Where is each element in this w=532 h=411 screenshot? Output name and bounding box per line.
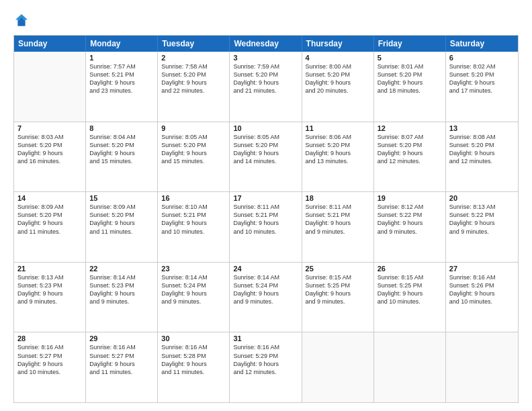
header-day-saturday: Saturday	[446, 36, 518, 52]
day-number: 25	[306, 265, 370, 273]
day-number: 16	[161, 194, 226, 202]
day-number: 26	[378, 265, 442, 273]
page: SundayMondayTuesdayWednesdayThursdayFrid…	[0, 0, 532, 411]
day-info: Sunrise: 8:15 AM Sunset: 5:25 PM Dayligh…	[306, 273, 370, 306]
day-number: 7	[17, 124, 82, 132]
calendar-day-5: 5Sunrise: 8:01 AM Sunset: 5:20 PM Daylig…	[374, 52, 446, 122]
day-info: Sunrise: 8:00 AM Sunset: 5:20 PM Dayligh…	[306, 62, 370, 95]
calendar-row-3: 21Sunrise: 8:13 AM Sunset: 5:23 PM Dayli…	[14, 262, 518, 332]
day-info: Sunrise: 7:58 AM Sunset: 5:20 PM Dayligh…	[161, 62, 226, 95]
calendar-day-30: 30Sunrise: 8:16 AM Sunset: 5:28 PM Dayli…	[158, 332, 230, 402]
calendar-day-20: 20Sunrise: 8:13 AM Sunset: 5:22 PM Dayli…	[446, 192, 518, 262]
calendar-day-31: 31Sunrise: 8:16 AM Sunset: 5:29 PM Dayli…	[230, 332, 302, 402]
calendar-day-7: 7Sunrise: 8:03 AM Sunset: 5:20 PM Daylig…	[14, 122, 86, 192]
day-number: 31	[233, 334, 298, 342]
calendar-day-16: 16Sunrise: 8:10 AM Sunset: 5:21 PM Dayli…	[158, 192, 230, 262]
day-info: Sunrise: 8:07 AM Sunset: 5:20 PM Dayligh…	[378, 133, 442, 166]
day-number: 29	[89, 334, 154, 342]
day-info: Sunrise: 8:06 AM Sunset: 5:20 PM Dayligh…	[306, 133, 370, 166]
day-number: 14	[17, 194, 82, 202]
day-info: Sunrise: 8:02 AM Sunset: 5:20 PM Dayligh…	[449, 62, 515, 95]
day-number: 20	[449, 194, 515, 202]
calendar-day-17: 17Sunrise: 8:11 AM Sunset: 5:21 PM Dayli…	[230, 192, 302, 262]
calendar-day-23: 23Sunrise: 8:14 AM Sunset: 5:24 PM Dayli…	[158, 263, 230, 332]
calendar-day-28: 28Sunrise: 8:16 AM Sunset: 5:27 PM Dayli…	[14, 332, 86, 402]
calendar-body: 1Sunrise: 7:57 AM Sunset: 5:21 PM Daylig…	[14, 52, 518, 402]
calendar-day-14: 14Sunrise: 8:09 AM Sunset: 5:20 PM Dayli…	[14, 192, 86, 262]
day-number: 6	[449, 54, 515, 62]
day-info: Sunrise: 8:01 AM Sunset: 5:20 PM Dayligh…	[378, 62, 442, 95]
day-info: Sunrise: 8:16 AM Sunset: 5:26 PM Dayligh…	[449, 273, 515, 306]
day-info: Sunrise: 8:09 AM Sunset: 5:20 PM Dayligh…	[89, 203, 154, 236]
calendar-day-26: 26Sunrise: 8:15 AM Sunset: 5:25 PM Dayli…	[374, 263, 446, 332]
day-info: Sunrise: 8:05 AM Sunset: 5:20 PM Dayligh…	[161, 133, 226, 166]
calendar-row-4: 28Sunrise: 8:16 AM Sunset: 5:27 PM Dayli…	[14, 332, 518, 402]
day-number: 27	[449, 265, 515, 273]
day-number: 8	[89, 124, 154, 132]
header-day-thursday: Thursday	[302, 36, 374, 52]
day-info: Sunrise: 8:03 AM Sunset: 5:20 PM Dayligh…	[17, 133, 82, 166]
calendar-header: SundayMondayTuesdayWednesdayThursdayFrid…	[14, 36, 518, 52]
calendar-day-12: 12Sunrise: 8:07 AM Sunset: 5:20 PM Dayli…	[374, 122, 446, 192]
header-day-sunday: Sunday	[14, 36, 86, 52]
day-info: Sunrise: 8:08 AM Sunset: 5:20 PM Dayligh…	[449, 133, 515, 166]
day-number: 22	[89, 265, 154, 273]
day-info: Sunrise: 8:14 AM Sunset: 5:23 PM Dayligh…	[89, 273, 154, 306]
day-info: Sunrise: 8:11 AM Sunset: 5:21 PM Dayligh…	[233, 203, 298, 236]
day-info: Sunrise: 8:13 AM Sunset: 5:23 PM Dayligh…	[17, 273, 82, 306]
calendar-day-22: 22Sunrise: 8:14 AM Sunset: 5:23 PM Dayli…	[86, 263, 158, 332]
day-number: 30	[161, 334, 226, 342]
day-info: Sunrise: 8:04 AM Sunset: 5:20 PM Dayligh…	[89, 133, 154, 166]
logo	[13, 12, 32, 28]
day-info: Sunrise: 8:05 AM Sunset: 5:20 PM Dayligh…	[233, 133, 298, 166]
calendar-day-6: 6Sunrise: 8:02 AM Sunset: 5:20 PM Daylig…	[446, 52, 518, 122]
day-number: 23	[161, 265, 226, 273]
calendar-day-21: 21Sunrise: 8:13 AM Sunset: 5:23 PM Dayli…	[14, 263, 86, 332]
calendar-day-4: 4Sunrise: 8:00 AM Sunset: 5:20 PM Daylig…	[302, 52, 374, 122]
logo-icon	[13, 12, 30, 28]
calendar-day-25: 25Sunrise: 8:15 AM Sunset: 5:25 PM Dayli…	[302, 263, 374, 332]
calendar-empty-cell	[374, 332, 446, 402]
day-number: 28	[17, 334, 82, 342]
calendar-row-1: 7Sunrise: 8:03 AM Sunset: 5:20 PM Daylig…	[14, 122, 518, 192]
header-day-wednesday: Wednesday	[230, 36, 302, 52]
day-number: 5	[378, 54, 442, 62]
calendar-day-19: 19Sunrise: 8:12 AM Sunset: 5:22 PM Dayli…	[374, 192, 446, 262]
day-info: Sunrise: 8:15 AM Sunset: 5:25 PM Dayligh…	[378, 273, 442, 306]
day-info: Sunrise: 7:57 AM Sunset: 5:21 PM Dayligh…	[89, 62, 154, 95]
calendar: SundayMondayTuesdayWednesdayThursdayFrid…	[13, 35, 519, 403]
day-number: 2	[161, 54, 226, 62]
day-number: 12	[378, 124, 442, 132]
header	[13, 12, 519, 28]
calendar-day-15: 15Sunrise: 8:09 AM Sunset: 5:20 PM Dayli…	[86, 192, 158, 262]
day-info: Sunrise: 7:59 AM Sunset: 5:20 PM Dayligh…	[233, 62, 298, 95]
day-info: Sunrise: 8:10 AM Sunset: 5:21 PM Dayligh…	[161, 203, 226, 236]
day-number: 13	[449, 124, 515, 132]
calendar-day-18: 18Sunrise: 8:11 AM Sunset: 5:21 PM Dayli…	[302, 192, 374, 262]
day-number: 4	[306, 54, 370, 62]
day-number: 24	[233, 265, 298, 273]
day-info: Sunrise: 8:16 AM Sunset: 5:29 PM Dayligh…	[233, 343, 298, 376]
day-info: Sunrise: 8:14 AM Sunset: 5:24 PM Dayligh…	[161, 273, 226, 306]
day-number: 11	[306, 124, 370, 132]
day-info: Sunrise: 8:14 AM Sunset: 5:24 PM Dayligh…	[233, 273, 298, 306]
calendar-empty-cell	[302, 332, 374, 402]
header-day-friday: Friday	[374, 36, 446, 52]
day-number: 17	[233, 194, 298, 202]
calendar-day-10: 10Sunrise: 8:05 AM Sunset: 5:20 PM Dayli…	[230, 122, 302, 192]
day-info: Sunrise: 8:11 AM Sunset: 5:21 PM Dayligh…	[306, 203, 370, 236]
calendar-day-8: 8Sunrise: 8:04 AM Sunset: 5:20 PM Daylig…	[86, 122, 158, 192]
day-number: 3	[233, 54, 298, 62]
day-number: 1	[89, 54, 154, 62]
calendar-day-11: 11Sunrise: 8:06 AM Sunset: 5:20 PM Dayli…	[302, 122, 374, 192]
calendar-row-0: 1Sunrise: 7:57 AM Sunset: 5:21 PM Daylig…	[14, 52, 518, 122]
calendar-day-1: 1Sunrise: 7:57 AM Sunset: 5:21 PM Daylig…	[86, 52, 158, 122]
calendar-day-2: 2Sunrise: 7:58 AM Sunset: 5:20 PM Daylig…	[158, 52, 230, 122]
day-info: Sunrise: 8:12 AM Sunset: 5:22 PM Dayligh…	[378, 203, 442, 236]
calendar-empty-cell	[446, 332, 518, 402]
calendar-empty-cell	[14, 52, 86, 122]
header-day-monday: Monday	[86, 36, 158, 52]
calendar-day-27: 27Sunrise: 8:16 AM Sunset: 5:26 PM Dayli…	[446, 263, 518, 332]
day-info: Sunrise: 8:16 AM Sunset: 5:27 PM Dayligh…	[17, 343, 82, 376]
day-info: Sunrise: 8:09 AM Sunset: 5:20 PM Dayligh…	[17, 203, 82, 236]
